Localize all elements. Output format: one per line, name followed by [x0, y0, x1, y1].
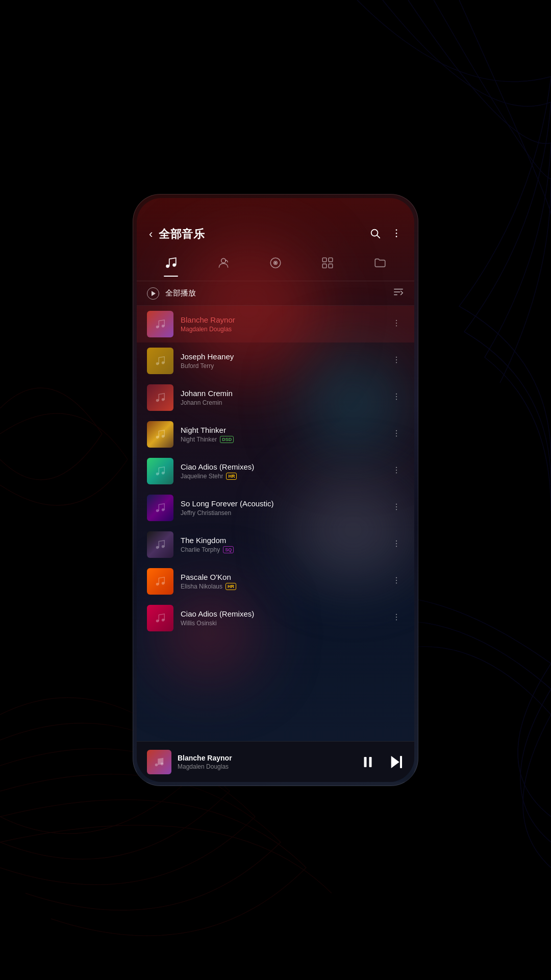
album-art: [147, 568, 173, 595]
song-info: Blanche Raynor Magdalen Douglas: [181, 315, 389, 333]
back-button[interactable]: ‹: [149, 228, 153, 241]
svg-rect-66: [369, 757, 372, 767]
svg-line-1: [377, 235, 380, 238]
more-options-icon[interactable]: [391, 228, 402, 241]
svg-point-40: [396, 467, 397, 468]
song-more-button[interactable]: [389, 537, 404, 553]
song-more-button[interactable]: [389, 353, 404, 369]
song-list: Blanche Raynor Magdalen Douglas Joseph H…: [137, 306, 414, 726]
page-title: 全部音乐: [159, 227, 369, 242]
svg-point-34: [162, 435, 165, 438]
svg-point-53: [156, 583, 159, 586]
tab-albums-icon: [269, 256, 282, 273]
svg-point-59: [162, 619, 165, 622]
song-item[interactable]: Night Thinker Night Thinker DSD: [137, 416, 414, 453]
song-info: Pascale O'Kon Elisha Nikolaus HR: [181, 573, 389, 590]
song-item[interactable]: Blanche Raynor Magdalen Douglas: [137, 306, 414, 342]
now-playing-bar[interactable]: Blanche Raynor Magdalen Douglas: [137, 741, 414, 782]
svg-point-52: [396, 546, 397, 547]
svg-point-57: [396, 582, 397, 583]
svg-point-45: [396, 503, 397, 504]
song-artist-row: Night Thinker DSD: [181, 436, 389, 443]
svg-point-50: [396, 540, 397, 541]
svg-point-63: [155, 763, 158, 766]
song-title: So Long Forever (Acoustic): [181, 499, 389, 508]
album-art: [147, 348, 173, 374]
song-artist-row: Elisha Nikolaus HR: [181, 583, 389, 590]
song-more-button[interactable]: [389, 316, 404, 332]
song-more-button[interactable]: [389, 610, 404, 626]
svg-point-44: [162, 508, 165, 511]
sort-icon[interactable]: [393, 286, 404, 300]
play-all-icon: [147, 287, 159, 300]
phone-frame: ‹ 全部音乐: [133, 194, 418, 786]
svg-rect-14: [329, 264, 333, 268]
tab-albums[interactable]: [263, 254, 288, 275]
tab-grid[interactable]: [315, 254, 340, 275]
svg-rect-68: [400, 756, 402, 768]
quality-badge: HR: [226, 473, 237, 480]
song-item[interactable]: Ciao Adios (Remixes) Jaqueline Stehr HR: [137, 453, 414, 489]
pause-button[interactable]: [360, 754, 375, 770]
svg-rect-13: [323, 264, 327, 268]
tab-songs-icon: [164, 256, 178, 273]
song-artist-row: Buford Terry: [181, 362, 389, 370]
song-item[interactable]: Pascale O'Kon Elisha Nikolaus HR: [137, 563, 414, 600]
song-item[interactable]: So Long Forever (Acoustic) Jeffry Christ…: [137, 489, 414, 526]
svg-point-55: [396, 577, 397, 578]
svg-point-51: [396, 543, 397, 544]
song-more-button[interactable]: [389, 500, 404, 516]
svg-point-3: [396, 232, 397, 234]
next-button[interactable]: [388, 754, 404, 770]
song-info: Ciao Adios (Remixes) Willis Osinski: [181, 609, 389, 627]
song-artist: Buford Terry: [181, 362, 214, 370]
search-icon[interactable]: [369, 228, 381, 241]
svg-point-47: [396, 509, 397, 510]
tab-artists[interactable]: [211, 254, 236, 275]
song-item[interactable]: Ciao Adios (Remixes) Willis Osinski: [137, 600, 414, 636]
svg-point-22: [396, 325, 397, 326]
tab-bar: [137, 250, 414, 281]
song-info: So Long Forever (Acoustic) Jeffry Christ…: [181, 499, 389, 517]
svg-point-46: [396, 506, 397, 507]
now-playing-artist: Magdalen Douglas: [178, 763, 360, 770]
song-title: Ciao Adios (Remixes): [181, 609, 389, 618]
svg-point-18: [156, 326, 159, 329]
song-item[interactable]: Joseph Heaney Buford Terry: [137, 342, 414, 379]
song-info: The Kingdom Charlie Torphy SQ: [181, 536, 389, 553]
svg-rect-65: [364, 757, 367, 767]
song-artist-row: Jeffry Christiansen: [181, 509, 389, 517]
song-more-button[interactable]: [389, 574, 404, 590]
quality-badge: HR: [226, 583, 236, 590]
phone-screen: ‹ 全部音乐: [137, 198, 414, 782]
now-playing-title: Blanche Raynor: [178, 754, 360, 762]
song-title: Ciao Adios (Remixes): [181, 462, 389, 471]
svg-point-48: [156, 546, 159, 549]
song-item[interactable]: Johann Cremin Johann Cremin: [137, 379, 414, 416]
song-item[interactable]: The Kingdom Charlie Torphy SQ: [137, 526, 414, 563]
song-artist: Elisha Nikolaus: [181, 583, 222, 590]
play-all-row[interactable]: 全部播放: [137, 281, 414, 306]
tab-songs[interactable]: [158, 254, 184, 275]
svg-point-33: [156, 436, 159, 439]
tab-folders-icon: [373, 256, 387, 273]
quality-badge: DSD: [220, 436, 234, 443]
header-icons: [369, 228, 402, 241]
svg-point-6: [172, 263, 176, 267]
now-playing-album-art: [147, 750, 171, 774]
song-more-button[interactable]: [389, 390, 404, 406]
svg-point-39: [162, 472, 165, 475]
song-artist-row: Charlie Torphy SQ: [181, 546, 389, 553]
svg-point-43: [156, 509, 159, 512]
song-artist-row: Jaqueline Stehr HR: [181, 473, 389, 480]
svg-point-24: [162, 361, 165, 364]
song-more-button[interactable]: [389, 427, 404, 443]
svg-point-19: [162, 325, 165, 328]
tab-folders[interactable]: [367, 254, 393, 275]
song-more-button[interactable]: [389, 463, 404, 479]
song-title: Johann Cremin: [181, 389, 389, 398]
svg-point-41: [396, 469, 397, 470]
svg-marker-67: [391, 756, 399, 768]
tab-artists-icon: [217, 256, 230, 273]
svg-point-56: [396, 579, 397, 580]
